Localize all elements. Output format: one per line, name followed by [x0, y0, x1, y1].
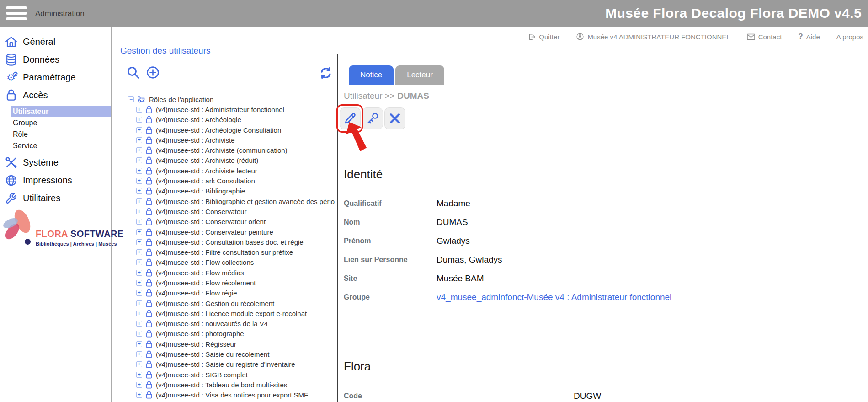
expand-icon[interactable]: + [136, 300, 142, 306]
expand-icon[interactable]: + [136, 178, 142, 184]
password-button[interactable] [362, 107, 383, 129]
tree-row[interactable]: + (v4)musee-std : ark Consultation [112, 176, 336, 186]
tree-row[interactable]: + (v4)musee-std : Saisie du registre d'i… [112, 359, 336, 370]
tree-row[interactable]: + (v4)musee-std : Visa des notices pour … [112, 390, 336, 400]
expand-icon[interactable]: + [136, 392, 142, 398]
tree-row[interactable]: + (v4)musee-std : Gestion du récolement [112, 298, 336, 308]
add-icon[interactable] [146, 65, 160, 80]
hamburger-menu-icon[interactable] [6, 6, 27, 20]
tree-row[interactable]: + (v4)musee-std : Archiviste [112, 135, 336, 145]
expand-icon[interactable]: + [136, 117, 142, 123]
expand-icon[interactable]: + [136, 209, 142, 214]
expand-icon[interactable]: + [136, 290, 142, 296]
expand-icon[interactable]: + [136, 351, 142, 357]
refresh-icon[interactable] [319, 66, 333, 80]
tree-row-label: (v4)musee-std : Flow médias [156, 269, 244, 277]
expand-icon[interactable]: + [136, 198, 142, 204]
expand-icon[interactable]: + [136, 168, 142, 174]
collapse-icon[interactable]: − [128, 96, 134, 102]
tree-row[interactable]: + (v4)musee-std : Conservateur orient [112, 217, 336, 227]
tree-row[interactable]: + (v4)musee-std : Flow récolement [112, 278, 336, 288]
tree-row[interactable]: + (v4)musee-std : Consultation bases doc… [112, 237, 336, 247]
expand-icon[interactable]: + [136, 127, 142, 133]
tree-row[interactable]: + (v4)musee-std : Régisseur [112, 339, 336, 349]
sidebar-item-donnees[interactable]: Données [0, 51, 111, 69]
expand-icon[interactable]: + [136, 249, 142, 255]
expand-icon[interactable]: + [136, 270, 142, 276]
tree-root-row[interactable]: − Rôles de l'application [112, 94, 336, 104]
tree-row[interactable]: + (v4)musee-std : SIGB complet [112, 370, 336, 380]
tree-row-label: (v4)musee-std : Bibliographie et gestion… [156, 198, 335, 205]
expand-icon[interactable]: + [136, 137, 142, 143]
expand-icon[interactable]: + [136, 107, 142, 113]
expand-icon[interactable]: + [136, 188, 142, 194]
expand-icon[interactable]: + [136, 229, 142, 235]
lock-icon [145, 340, 153, 348]
delete-button[interactable] [384, 107, 405, 129]
tree-row[interactable]: + (v4)musee-std : Administrateur fonctio… [112, 104, 336, 114]
tree-row[interactable]: + (v4)musee-std : Archéologie Consultati… [112, 125, 336, 135]
tree-row[interactable]: + (v4)musee-std : Archéologie [112, 115, 336, 125]
field-label: Nom [344, 218, 360, 226]
expand-icon[interactable]: + [136, 311, 142, 316]
quitter-button[interactable]: Quitter [528, 33, 559, 41]
tree-row[interactable]: + (v4)musee-std : Flow régie [112, 288, 336, 298]
tree-row-label: (v4)musee-std : nouveautés de la V4 [156, 320, 268, 327]
tab-notice[interactable]: Notice [349, 65, 394, 85]
help-icon: ? [798, 32, 803, 41]
sidebar-item-acces[interactable]: Accès [0, 86, 111, 104]
search-icon[interactable] [126, 65, 140, 80]
expand-icon[interactable]: + [136, 321, 142, 327]
expand-icon[interactable]: + [136, 372, 142, 378]
tree-row[interactable]: + (v4)musee-std : Archiviste (réduit) [112, 155, 336, 166]
current-user[interactable]: Musée v4 ADMINISTRATEUR FONCTIONNEL [576, 32, 730, 41]
tree-row[interactable]: + (v4)musee-std : Archiviste (communicat… [112, 145, 336, 155]
tab-lecteur[interactable]: Lecteur [395, 65, 444, 85]
tree-row[interactable]: + (v4)musee-std : Flow collections [112, 257, 336, 268]
tree-row[interactable]: + (v4)musee-std : Licence module export … [112, 308, 336, 318]
sidebar-item-systeme[interactable]: Système [0, 154, 111, 172]
sidebar-subitem-role[interactable]: Rôle [11, 129, 111, 140]
aide-button[interactable]: ? Aide [798, 32, 820, 41]
groupe-link[interactable]: v4_musee_adminfonct-Musée v4 : Administr… [437, 292, 671, 302]
sidebar-subitem-groupe[interactable]: Groupe [11, 117, 111, 129]
tree-row[interactable]: + (v4)musee-std : Flow médias [112, 268, 336, 278]
contact-button[interactable]: Contact [747, 33, 782, 41]
flora-software-logo: FLORA SOFTWARE Bibliothèques | Archives … [1, 205, 112, 249]
expand-icon[interactable]: + [136, 361, 142, 367]
lock-icon [145, 156, 153, 164]
expand-icon[interactable]: + [136, 341, 142, 347]
tree-row[interactable]: + (v4)musee-std : Conservateur peinture [112, 227, 336, 237]
expand-icon[interactable]: + [136, 147, 142, 153]
wrench-icon [4, 192, 18, 205]
tree-row[interactable]: + (v4)musee-std : photographe [112, 329, 336, 339]
tree-row-label: (v4)musee-std : Filtre consultation sur … [156, 248, 293, 256]
tree-row[interactable]: + (v4)musee-std : Saisie du recolement [112, 349, 336, 359]
sidebar-item-impressions[interactable]: Impressions [0, 172, 111, 189]
tree-row[interactable]: + (v4)musee-std : Tableau de bord multi-… [112, 380, 336, 390]
brand-name: FLORA SOFTWARE [36, 229, 124, 239]
expand-icon[interactable]: + [136, 382, 142, 388]
tree-row[interactable]: + (v4)musee-std : visionneuse HIGH [112, 400, 336, 402]
sidebar-item-parametrage[interactable]: ⚙⚙ Paramétrage [0, 69, 111, 86]
tree-row[interactable]: + (v4)musee-std : nouveautés de la V4 [112, 319, 336, 329]
expand-icon[interactable]: + [136, 331, 142, 337]
apropos-button[interactable]: A propos [836, 33, 863, 41]
expand-icon[interactable]: + [136, 157, 142, 163]
tree-row[interactable]: + (v4)musee-std : Archiviste lecteur [112, 166, 336, 176]
tree-row[interactable]: + (v4)musee-std : Conservateur [112, 206, 336, 216]
sidebar-item-general[interactable]: Général [0, 33, 111, 51]
tree-row[interactable]: + (v4)musee-std : Bibliographie et gesti… [112, 196, 336, 206]
expand-icon[interactable]: + [136, 219, 142, 225]
sidebar-subitem-service[interactable]: Service [11, 140, 111, 151]
sidebar: Général Données ⚙⚙ Paramétrage Accès Uti… [0, 33, 111, 207]
edit-button[interactable] [340, 107, 361, 129]
expand-icon[interactable]: + [136, 280, 142, 286]
tree-row[interactable]: + (v4)musee-std : Bibliographie [112, 186, 336, 196]
pencil-icon [343, 112, 357, 125]
sidebar-subitem-utilisateur[interactable]: Utilisateur [11, 106, 111, 117]
lock-icon [145, 208, 153, 215]
expand-icon[interactable]: + [136, 239, 142, 245]
expand-icon[interactable]: + [136, 259, 142, 265]
tree-row[interactable]: + (v4)musee-std : Filtre consultation su… [112, 247, 336, 257]
